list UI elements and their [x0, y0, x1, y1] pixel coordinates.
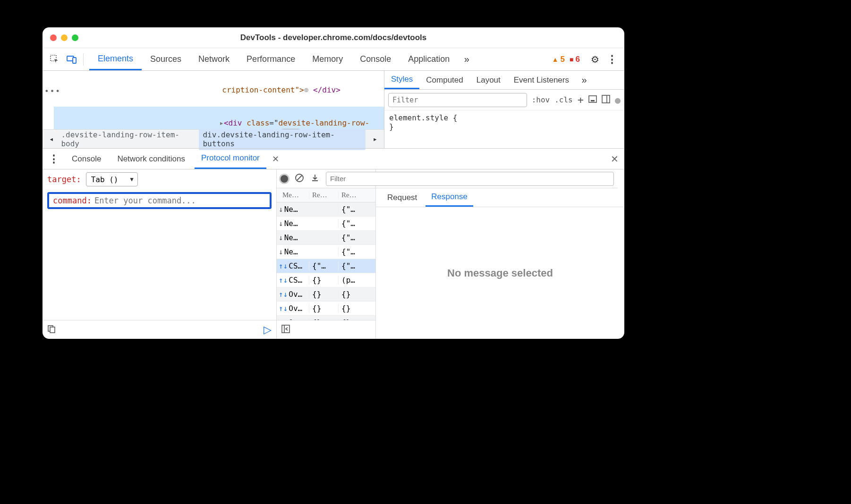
flexbox-editor-icon[interactable] — [588, 95, 597, 105]
maximize-window-button[interactable] — [72, 34, 78, 41]
cls-toggle[interactable]: .cls — [554, 95, 573, 104]
settings-icon[interactable] — [587, 51, 604, 68]
drawer-tab-console[interactable]: Console — [65, 149, 108, 169]
styles-tab-styles[interactable]: Styles — [384, 71, 419, 89]
table-row[interactable]: ↑↓ Ov…{}{} — [277, 287, 375, 302]
detail-tabs: Request Response — [376, 188, 624, 207]
traffic-lights — [50, 34, 78, 41]
close-window-button[interactable] — [50, 34, 57, 41]
svg-line-10 — [297, 176, 302, 180]
table-row[interactable]: ↓ Ne…{"… — [277, 217, 375, 231]
warnings-badge[interactable]: 5 — [552, 55, 565, 64]
styles-body[interactable]: element.style { } — [384, 110, 624, 134]
drawer-menu-icon[interactable] — [45, 151, 62, 168]
protocol-monitor-footer: ▷ — [43, 320, 276, 339]
device-toolbar-icon[interactable] — [63, 51, 80, 68]
protocol-detail-pane: Request Response No message selected — [376, 169, 624, 339]
inspect-icon[interactable] — [46, 51, 63, 68]
table-row[interactable]: ↑↓ Ov…{}{} — [277, 316, 375, 320]
detail-tab-request[interactable]: Request — [382, 188, 423, 207]
drawer-tab-protocol-monitor[interactable]: Protocol monitor — [195, 149, 266, 169]
elements-tree[interactable]: ••• cription-content">⊕ </div> ▸<div cla… — [43, 71, 384, 129]
protocol-monitor-list: Me… Re… Re… ↓ Ne…{"…↓ Ne…{"…↓ Ne…{"…↓ Ne… — [277, 169, 376, 339]
target-label: target: — [47, 175, 81, 184]
styles-more-icon[interactable] — [576, 72, 593, 89]
toggle-sidebar-icon[interactable] — [281, 325, 290, 335]
protocol-monitor-toolbar — [277, 169, 618, 188]
main-tabs: Elements Sources Network Performance Mem… — [89, 48, 475, 70]
record-icon[interactable] — [281, 175, 288, 183]
new-style-rule-icon[interactable]: + — [578, 94, 584, 106]
styles-tab-layout[interactable]: Layout — [470, 71, 507, 89]
drawer-tab-network-conditions[interactable]: Network conditions — [111, 149, 192, 169]
svg-rect-5 — [602, 95, 610, 103]
col-header[interactable]: Re… — [338, 191, 370, 199]
styles-tab-computed[interactable]: Computed — [419, 71, 469, 89]
tab-sources[interactable]: Sources — [142, 48, 190, 70]
breadcrumb-item-selected[interactable]: div.devsite-landing-row-item-buttons — [199, 128, 365, 150]
svg-rect-8 — [50, 327, 55, 333]
protocol-table[interactable]: Me… Re… Re… ↓ Ne…{"…↓ Ne…{"…↓ Ne…{"…↓ Ne… — [277, 188, 375, 320]
computed-sidebar-icon[interactable] — [602, 95, 610, 105]
styles-toolbar: :hov .cls + ● — [384, 90, 624, 110]
styles-tab-eventlisteners[interactable]: Event Listeners — [507, 71, 576, 89]
detail-tab-response[interactable]: Response — [426, 188, 473, 207]
styles-filter-input[interactable] — [388, 93, 527, 107]
table-row[interactable]: ↑↓ Ov…{}{} — [277, 302, 375, 316]
devtools-window: DevTools - developer.chrome.com/docs/dev… — [43, 27, 624, 339]
table-row[interactable]: ↓ Ne…{"… — [277, 202, 375, 217]
tab-memory[interactable]: Memory — [304, 48, 351, 70]
tab-performance[interactable]: Performance — [238, 48, 304, 70]
breadcrumb-item[interactable]: .devsite-landing-row-item-body — [61, 130, 193, 148]
tab-elements[interactable]: Elements — [89, 48, 142, 70]
ellipsis-icon[interactable]: ••• — [44, 87, 61, 96]
copy-icon[interactable] — [47, 325, 56, 335]
command-label: command: — [53, 196, 92, 205]
more-tabs-icon[interactable] — [458, 51, 475, 68]
kebab-menu-icon[interactable] — [604, 51, 621, 68]
window-title: DevTools - developer.chrome.com/docs/dev… — [78, 33, 588, 42]
breadcrumb: ◂ .devsite-landing-row-item-body div.dev… — [43, 129, 384, 148]
table-row[interactable]: ↑↓ CS…{"…{"… — [277, 259, 375, 273]
styles-tabbar: Styles Computed Layout Event Listeners — [384, 71, 624, 90]
send-icon[interactable]: ▷ — [264, 324, 272, 336]
protocol-filter-input[interactable] — [326, 172, 614, 186]
table-row[interactable]: ↓ Ne…{"… — [277, 245, 375, 259]
clear-icon[interactable] — [295, 173, 304, 185]
empty-state: No message selected — [376, 207, 624, 339]
drawer-close-icon[interactable]: ✕ — [608, 153, 621, 165]
command-input-highlight: command: — [47, 192, 272, 209]
table-row[interactable]: ↓ Ne…{"… — [277, 231, 375, 245]
tab-application[interactable]: Application — [400, 48, 458, 70]
drawer-tabbar: Console Network conditions Protocol moni… — [43, 148, 624, 169]
target-select[interactable]: Tab () — [86, 172, 138, 186]
svg-rect-2 — [73, 58, 76, 63]
flex-badge[interactable]: flex — [279, 129, 303, 129]
hov-toggle[interactable]: :hov — [532, 95, 550, 104]
svg-rect-4 — [591, 100, 595, 101]
table-row[interactable]: ↑↓ CS…{}(p… — [277, 273, 375, 287]
drawer-tab-close-icon[interactable]: ✕ — [269, 154, 282, 164]
titlebar: DevTools - developer.chrome.com/docs/dev… — [43, 27, 624, 48]
tab-network[interactable]: Network — [190, 48, 238, 70]
tab-console[interactable]: Console — [351, 48, 400, 70]
protocol-monitor-command-pane: target: Tab () command: ▷ — [43, 169, 277, 339]
command-input[interactable] — [94, 196, 266, 205]
minimize-window-button[interactable] — [61, 34, 68, 41]
main-toolbar: Elements Sources Network Performance Mem… — [43, 48, 624, 71]
download-icon[interactable] — [311, 174, 319, 184]
breadcrumb-left-icon[interactable]: ◂ — [47, 134, 55, 143]
errors-badge[interactable]: 6 — [570, 55, 580, 64]
breadcrumb-right-icon[interactable]: ▸ — [371, 134, 379, 143]
col-header[interactable]: Me… — [277, 191, 309, 199]
col-header[interactable]: Re… — [309, 191, 338, 199]
